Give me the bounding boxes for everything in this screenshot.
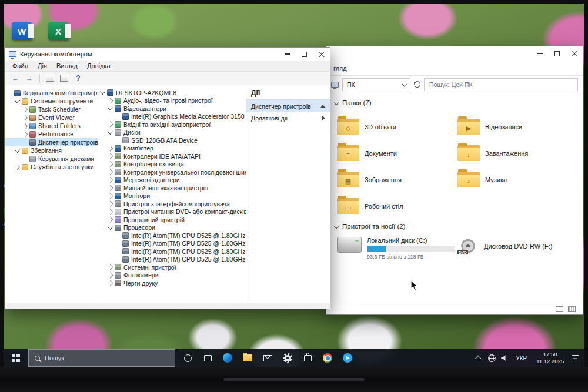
mail-icon[interactable] xyxy=(258,349,278,367)
start-button[interactable] xyxy=(4,349,28,367)
show-desktop-button[interactable] xyxy=(582,349,584,367)
chevron-down-icon[interactable] xyxy=(402,82,406,86)
mgmt-titlebar[interactable]: Керування комп'ютером xyxy=(5,48,330,61)
dvd-drive-f-item[interactable]: DVD Дисковод DVD-RW (F:) xyxy=(457,238,552,254)
clock[interactable]: 17:50 11.12.2025 xyxy=(532,351,569,366)
tree-item[interactable]: Диски xyxy=(98,129,246,137)
tree-item[interactable]: Контролери сховища xyxy=(98,160,246,169)
menubar-item[interactable]: Файл xyxy=(8,61,33,71)
chrome-icon[interactable] xyxy=(318,349,338,367)
folder-item[interactable]: ▭Робочий стіл xyxy=(337,193,457,219)
tree-item[interactable]: Мережеві адаптери xyxy=(98,176,246,185)
expand-icon[interactable] xyxy=(322,116,325,120)
maximize-button[interactable] xyxy=(549,46,566,61)
expand-icon[interactable] xyxy=(108,177,113,183)
tree-item[interactable]: Програмний пристрій xyxy=(98,216,246,224)
expand-icon[interactable] xyxy=(22,115,28,120)
tree-item[interactable]: Аудіо-, відео- та ігрові пристрої xyxy=(98,97,246,105)
menubar-item[interactable]: Дія xyxy=(33,61,52,71)
expand-icon[interactable] xyxy=(108,264,113,270)
expand-icon[interactable] xyxy=(108,169,113,175)
minimize-button[interactable] xyxy=(279,48,296,61)
tree-item[interactable]: Пристрої з інтерфейсом користувача xyxy=(98,200,246,208)
back-icon[interactable]: ← xyxy=(9,72,22,84)
close-button[interactable] xyxy=(313,48,330,61)
folder-item[interactable]: ↓Завантаження xyxy=(457,140,578,166)
tree-item[interactable]: Диспетчер пристроїв xyxy=(5,138,98,146)
explorer-titlebar[interactable] xyxy=(326,46,583,61)
cortana-icon[interactable] xyxy=(178,349,198,367)
tree-item[interactable]: Intel(R) Atom(TM) CPU D525 @ 1.80GHz xyxy=(98,247,246,256)
folder-item[interactable]: ♪Музика xyxy=(457,166,578,193)
excel-shortcut-icon[interactable]: X xyxy=(48,22,68,40)
tree-item[interactable]: Performance xyxy=(5,130,98,138)
menubar-item[interactable]: Вигляд xyxy=(52,61,82,71)
store-icon[interactable] xyxy=(298,349,318,367)
local-disk-c-item[interactable]: Локальний диск (C:) 93,6 ГБ вільно з 118… xyxy=(337,237,457,260)
expand-icon[interactable] xyxy=(15,164,21,170)
tree-item[interactable]: Комп'ютер xyxy=(98,145,246,153)
tree-item[interactable]: Системні пристрої xyxy=(98,263,246,272)
details-view-icon[interactable] xyxy=(556,306,563,312)
expand-icon[interactable] xyxy=(108,217,113,223)
expand-icon[interactable] xyxy=(22,106,28,112)
tree-item[interactable]: Shared Folders xyxy=(5,122,98,130)
maximize-button[interactable] xyxy=(296,48,313,61)
tree-item[interactable]: Контролери IDE ATA/ATAPI xyxy=(98,152,246,160)
expand-icon[interactable] xyxy=(108,185,113,191)
taskbar-search-input[interactable]: Пошук xyxy=(28,349,175,367)
collapse-icon[interactable] xyxy=(15,98,21,103)
devices-group-header[interactable]: Пристрої та носії (2) xyxy=(335,223,577,230)
collapse-icon[interactable] xyxy=(320,105,325,108)
tree-item[interactable]: Керування дисками xyxy=(5,155,98,163)
collapse-icon[interactable] xyxy=(15,147,21,153)
tree-item[interactable]: Фотокамери xyxy=(98,272,246,280)
forward-icon[interactable]: → xyxy=(23,72,36,84)
expand-icon[interactable] xyxy=(108,280,113,286)
minimize-button[interactable] xyxy=(532,46,549,61)
tree-item[interactable]: Intel(R) Atom(TM) CPU D525 @ 1.80GHz xyxy=(98,256,246,264)
address-field[interactable]: ПК xyxy=(342,78,410,91)
task-view-icon[interactable] xyxy=(198,349,218,367)
volume-icon[interactable] xyxy=(498,349,511,367)
view-tab-partial[interactable]: гляд xyxy=(333,65,347,72)
close-button[interactable] xyxy=(566,46,583,61)
tree-item[interactable]: SSD 128GB ATA Device xyxy=(98,136,246,145)
tree-item[interactable]: Монітори xyxy=(98,192,246,200)
tree-item[interactable]: Керування комп'ютером (лок xyxy=(5,89,98,97)
explorer-search-input[interactable]: Пошук: Цей ПК xyxy=(424,78,578,91)
edge-icon[interactable] xyxy=(218,349,238,367)
word-shortcut-icon[interactable]: W xyxy=(12,22,32,40)
tree-item[interactable]: Пристрої читання DVD- або компакт-дисків xyxy=(98,208,246,216)
thumbnails-view-icon[interactable] xyxy=(568,306,576,312)
tree-item[interactable]: Зберігання xyxy=(5,146,98,155)
expand-icon[interactable] xyxy=(108,201,113,207)
tree-item[interactable]: Task Scheduler xyxy=(5,105,98,113)
settings-icon[interactable] xyxy=(278,349,298,367)
folder-item[interactable]: ▶Відеозаписи xyxy=(457,113,578,140)
tree-item[interactable]: Event Viewer xyxy=(5,113,98,122)
help-icon[interactable]: ? xyxy=(72,72,85,84)
explorer-icon[interactable] xyxy=(238,349,258,367)
expand-icon[interactable] xyxy=(108,272,113,278)
console-tree-icon[interactable] xyxy=(44,72,56,84)
expand-icon[interactable] xyxy=(108,193,113,199)
collapse-icon[interactable] xyxy=(108,129,113,135)
menubar-item[interactable]: Довідка xyxy=(82,61,115,71)
actions-more-actions[interactable]: Додаткові дії xyxy=(246,112,330,125)
refresh-icon[interactable] xyxy=(414,81,420,88)
expand-icon[interactable] xyxy=(108,209,113,215)
expand-icon[interactable] xyxy=(108,122,113,128)
tree-item[interactable]: Контролери універсальної послідовної шин… xyxy=(98,168,246,176)
actions-device-manager-section[interactable]: Диспетчер пристроїв xyxy=(246,100,330,112)
expand-icon[interactable] xyxy=(108,153,113,159)
expand-icon[interactable] xyxy=(108,161,113,167)
tree-item[interactable]: Intel(R) Atom(TM) CPU D525 @ 1.80GHz xyxy=(98,240,246,248)
collapse-icon[interactable] xyxy=(108,105,113,110)
tree-item[interactable]: Системні інструменти xyxy=(5,97,98,105)
tree-item[interactable]: Відеоадаптери xyxy=(98,105,246,113)
expand-icon[interactable] xyxy=(108,98,113,103)
folders-group-header[interactable]: Папки (7) xyxy=(335,99,577,106)
tree-item[interactable]: Intel(R) Graphics Media Accelerator 3150 xyxy=(98,113,246,121)
folder-item[interactable]: ▦Зображення xyxy=(337,166,457,193)
